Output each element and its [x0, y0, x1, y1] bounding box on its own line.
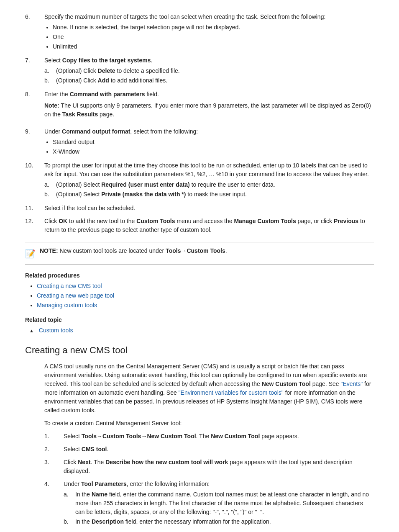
- list-item: None. If none is selected, the target se…: [53, 23, 374, 32]
- step-9: 9. Under Command output format, select f…: [25, 127, 374, 157]
- cms-step-4: 4. Under Tool Parameters, enter the foll…: [44, 480, 374, 527]
- list-item: b. (Optional) Click Add to add additiona…: [44, 76, 374, 85]
- step-6-content: Specify the maximum number of targets th…: [44, 13, 374, 52]
- list-item: a. In the Name field, enter the command …: [64, 490, 374, 517]
- cms-step-1: 1. Select Tools→Custom Tools→New Custom …: [44, 432, 374, 441]
- step-11-num: 11.: [25, 204, 44, 213]
- step-9-bullets: Standard output X-Window: [53, 138, 374, 156]
- note-icon: 📝: [25, 247, 36, 260]
- note-label: NOTE:: [40, 247, 58, 254]
- related-procedures-list: Creating a new CMS tool Creating a new w…: [37, 282, 374, 310]
- step-7-num: 7.: [25, 56, 44, 86]
- cms-step-4-subs: a. In the Name field, enter the command …: [64, 490, 374, 526]
- cms-step-3-num: 3.: [44, 458, 64, 475]
- cms-step-4-content: Under Tool Parameters, enter the followi…: [64, 480, 374, 527]
- step-6-num: 6.: [25, 13, 44, 52]
- related-topic-heading: Related topic: [25, 316, 374, 324]
- list-item: b. (Optional) Select Private (masks the …: [44, 190, 374, 199]
- list-item: One: [53, 33, 374, 41]
- cms-section-body: A CMS tool usually runs on the Central M…: [44, 362, 374, 527]
- related-topic-list: Custom tools: [29, 326, 374, 335]
- note-content: NOTE: New custom tool tools are located …: [40, 247, 374, 255]
- step-11-text: Select if the tool can be scheduled.: [44, 205, 135, 211]
- step-7-content: Select Copy files to the target systems.…: [44, 56, 374, 86]
- step-8: 8. Enter the Command with parameters fie…: [25, 90, 374, 123]
- step-8-num: 8.: [25, 90, 44, 123]
- step-10-subs: a. (Optional) Select Required (user must…: [44, 180, 374, 199]
- note-text: New custom tool tools are located under …: [59, 247, 227, 254]
- cms-tool-link[interactable]: Creating a new CMS tool: [37, 283, 102, 289]
- step-12-content: Click OK to add the new tool to the Cust…: [44, 217, 374, 234]
- step-11-content: Select if the tool can be scheduled.: [44, 204, 374, 213]
- managing-tools-link[interactable]: Managing custom tools: [37, 302, 97, 308]
- step-12-text: Click OK to add the new tool to the Cust…: [44, 218, 365, 233]
- step-10-num: 10.: [25, 161, 44, 200]
- note-box: 📝 NOTE: New custom tool tools are locate…: [25, 242, 374, 265]
- step-7-bold: Copy files to the target systems: [62, 57, 151, 64]
- cms-step-3: 3. Click Next. The Describe how the new …: [44, 458, 374, 475]
- related-topic: Related topic Custom tools: [25, 316, 374, 335]
- step-7: 7. Select Copy files to the target syste…: [25, 56, 374, 86]
- list-item: Creating a new CMS tool: [37, 282, 374, 290]
- list-item: a. (Optional) Select Required (user must…: [44, 180, 374, 189]
- step-6-bullets: None. If none is selected, the target se…: [53, 23, 374, 51]
- cms-step-1-num: 1.: [44, 432, 64, 441]
- step-9-num: 9.: [25, 127, 44, 157]
- step-10-content: To prompt the user for input at the time…: [44, 161, 374, 200]
- step-7-text: Select Copy files to the target systems.: [44, 57, 152, 64]
- step-10-text: To prompt the user for input at the time…: [44, 162, 369, 177]
- cms-section-title: Creating a new CMS tool: [25, 343, 374, 357]
- list-item: a. (Optional) Click Delete to delete a s…: [44, 67, 374, 75]
- cms-step-2-num: 2.: [44, 445, 64, 454]
- cms-step-2-content: Select CMS tool.: [64, 445, 374, 454]
- cms-steps-list: 1. Select Tools→Custom Tools→New Custom …: [44, 432, 374, 527]
- page-content: 6. Specify the maximum number of targets…: [25, 13, 374, 532]
- step-7-subs: a. (Optional) Click Delete to delete a s…: [44, 67, 374, 85]
- step-9-text: Under Command output format, select from…: [44, 128, 198, 135]
- steps-list: 6. Specify the maximum number of targets…: [25, 13, 374, 234]
- list-item: Creating a new web page tool: [37, 291, 374, 300]
- events-link[interactable]: "Events": [340, 380, 363, 387]
- step-6: 6. Specify the maximum number of targets…: [25, 13, 374, 52]
- list-item: Unlimited: [53, 42, 374, 51]
- custom-tools-link[interactable]: Custom tools: [39, 327, 73, 334]
- step-9-content: Under Command output format, select from…: [44, 127, 374, 157]
- cms-step-4-num: 4.: [44, 480, 64, 527]
- list-item: Standard output: [53, 138, 374, 146]
- cms-step-3-content: Click Next. The Describe how the new cus…: [64, 458, 374, 475]
- cms-intro1: A CMS tool usually runs on the Central M…: [44, 362, 374, 415]
- related-procedures: Related procedures Creating a new CMS to…: [25, 271, 374, 310]
- step-8-note: Note: The UI supports only 9 parameters.…: [44, 101, 374, 119]
- cms-step-1-content: Select Tools→Custom Tools→New Custom Too…: [64, 432, 374, 441]
- step-8-text: Enter the Command with parameters field.: [44, 91, 159, 98]
- cms-intro2: To create a custom Central Management Se…: [44, 419, 374, 428]
- cms-step-2: 2. Select CMS tool.: [44, 445, 374, 454]
- step-10: 10. To prompt the user for input at the …: [25, 161, 374, 200]
- list-item: b. In the Description field, enter the n…: [64, 517, 374, 526]
- related-procedures-heading: Related procedures: [25, 271, 374, 280]
- step-6-text: Specify the maximum number of targets th…: [44, 13, 325, 20]
- list-item: Custom tools: [29, 326, 374, 335]
- list-item: X-Window: [53, 147, 374, 156]
- list-item: Managing custom tools: [37, 301, 374, 310]
- step-11: 11. Select if the tool can be scheduled.: [25, 204, 374, 213]
- env-vars-link[interactable]: "Environment variables for custom tools": [179, 389, 284, 396]
- web-page-tool-link[interactable]: Creating a new web page tool: [37, 292, 114, 299]
- step-12-num: 12.: [25, 217, 44, 234]
- step-8-content: Enter the Command with parameters field.…: [44, 90, 374, 123]
- step-12: 12. Click OK to add the new tool to the …: [25, 217, 374, 234]
